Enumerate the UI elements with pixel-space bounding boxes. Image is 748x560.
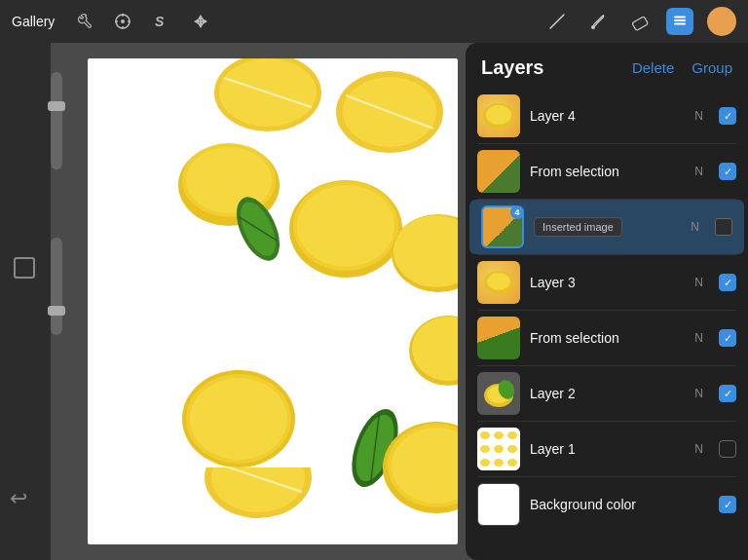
layer-visibility-checkbox[interactable] <box>719 385 736 402</box>
svg-point-57 <box>480 445 490 453</box>
svg-point-59 <box>507 445 517 453</box>
svg-point-54 <box>480 431 490 439</box>
svg-point-56 <box>507 431 517 439</box>
brush-tool-icon[interactable] <box>584 8 612 35</box>
layer-item-active[interactable]: 4 Inserted image N <box>469 200 744 254</box>
opacity-slider-handle[interactable] <box>48 306 65 316</box>
svg-point-49 <box>487 273 510 290</box>
svg-point-28 <box>297 185 394 267</box>
layer-mode: N <box>694 165 703 178</box>
layer-item[interactable]: Layer 2 N <box>466 366 748 421</box>
avatar-icon[interactable] <box>707 7 736 36</box>
svg-point-7 <box>199 19 203 23</box>
layer-item[interactable]: From selection N <box>466 144 748 199</box>
gallery-button[interactable]: Gallery <box>12 14 55 29</box>
svg-point-1 <box>121 19 125 23</box>
smudge-icon[interactable]: S <box>148 8 175 35</box>
layer-item[interactable]: Layer 3 N <box>466 255 748 310</box>
canvas-svg <box>88 58 458 544</box>
layer-thumbnail <box>477 428 520 470</box>
layer-name: Layer 1 <box>530 441 685 457</box>
group-button[interactable]: Group <box>692 59 732 76</box>
svg-rect-12 <box>674 23 686 25</box>
svg-point-58 <box>494 445 504 453</box>
brush-size-slider[interactable] <box>51 72 62 169</box>
layer-mode: N <box>694 331 703 345</box>
badge: 4 <box>510 205 524 219</box>
layer-thumbnail <box>477 94 520 137</box>
layer-visibility-checkbox[interactable] <box>719 107 736 125</box>
layer-mode: N <box>694 387 703 400</box>
drawing-canvas[interactable] <box>88 58 458 544</box>
layer-name: Background color <box>530 497 709 512</box>
layers-header: Layers Delete Group <box>466 43 748 89</box>
background-canvas <box>62 43 466 560</box>
wrench-icon[interactable] <box>70 8 97 35</box>
layer-visibility-checkbox[interactable] <box>719 496 736 513</box>
svg-point-55 <box>494 431 504 439</box>
svg-line-8 <box>550 15 564 28</box>
svg-rect-11 <box>674 19 686 21</box>
svg-rect-13 <box>674 17 686 19</box>
svg-rect-10 <box>632 17 649 31</box>
layer-visibility-checkbox[interactable] <box>719 274 736 291</box>
layer-name: Layer 3 <box>530 275 685 290</box>
layers-title: Layers <box>481 56 615 79</box>
undo-button[interactable]: ↩ <box>10 486 27 511</box>
left-toolbar: ↩ <box>0 43 51 560</box>
top-toolbar: Gallery S <box>0 0 748 43</box>
layer-name: From selection <box>530 330 685 346</box>
delete-button[interactable]: Delete <box>632 59 674 76</box>
layers-list: Layer 4 N From selection N 4 Inse <box>466 89 748 560</box>
svg-point-62 <box>507 459 517 467</box>
layer-item-background[interactable]: Background color <box>466 477 748 532</box>
layers-panel: Layers Delete Group Layer 4 N From selec… <box>466 43 748 560</box>
eraser-tool-icon[interactable] <box>625 8 653 35</box>
layer-item[interactable]: Layer 1 N <box>466 422 748 476</box>
layer-visibility-checkbox[interactable] <box>715 218 732 236</box>
layer-visibility-checkbox[interactable] <box>719 440 736 458</box>
opacity-slider[interactable] <box>51 238 62 335</box>
selection-icon[interactable] <box>187 8 214 35</box>
svg-point-60 <box>480 459 490 467</box>
layer-item[interactable]: From selection N <box>466 311 748 365</box>
svg-point-61 <box>494 459 504 467</box>
layer-visibility-checkbox[interactable] <box>719 329 736 347</box>
layer-item[interactable]: Layer 4 N <box>466 89 748 143</box>
layer-mode: N <box>694 109 703 123</box>
inserted-image-label: Inserted image <box>534 217 622 237</box>
cursor-icon[interactable] <box>109 8 136 35</box>
layers-icon[interactable] <box>666 8 693 35</box>
layer-thumbnail: 4 <box>481 205 524 248</box>
toolbar-right <box>543 7 736 36</box>
layer-name: From selection <box>530 164 685 179</box>
layer-thumbnail <box>477 317 520 359</box>
rectangle-tool[interactable] <box>14 257 35 279</box>
layer-thumbnail <box>477 261 520 304</box>
layer-mode: N <box>694 276 703 289</box>
pen-tool-icon[interactable] <box>543 8 571 35</box>
svg-point-47 <box>486 105 511 125</box>
canvas-area: ↩ <box>0 43 748 560</box>
layer-thumbnail <box>477 372 520 415</box>
layer-thumbnail <box>477 483 520 526</box>
layer-visibility-checkbox[interactable] <box>719 163 736 180</box>
svg-text:S: S <box>155 14 165 29</box>
layer-thumbnail <box>477 150 520 193</box>
layer-name: Layer 2 <box>530 386 685 401</box>
svg-point-33 <box>190 378 287 460</box>
layer-mode: N <box>694 442 703 456</box>
layer-name: Layer 4 <box>530 108 685 124</box>
svg-point-9 <box>591 25 595 29</box>
slider-handle[interactable] <box>48 101 65 111</box>
layer-mode: N <box>691 220 699 234</box>
